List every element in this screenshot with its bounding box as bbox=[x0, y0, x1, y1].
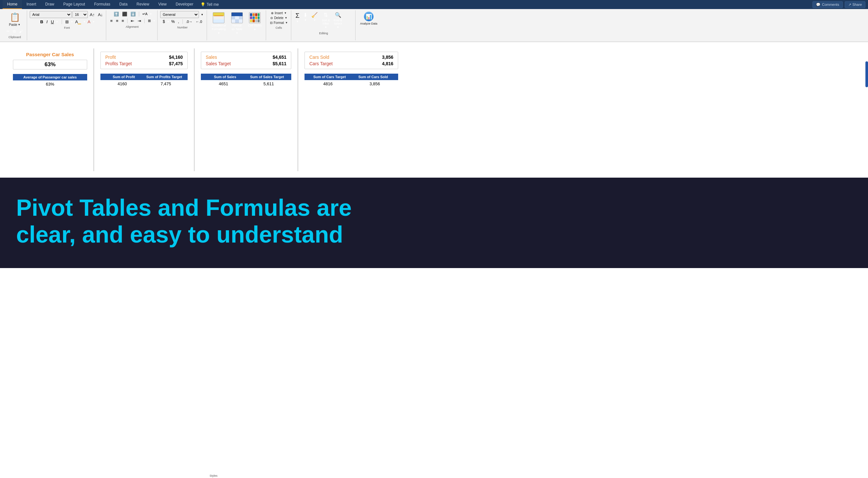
insert-icon: ⊕ bbox=[271, 11, 274, 15]
align-top-button[interactable]: ⬆️ bbox=[113, 11, 120, 17]
tab-insert[interactable]: Insert bbox=[22, 0, 41, 9]
number-row-2: $ ▼ % , .0→ ←.0 bbox=[161, 19, 204, 25]
font-decrease-button[interactable]: A↓ bbox=[97, 11, 104, 18]
align-middle-button[interactable]: ⬛ bbox=[121, 11, 128, 17]
editing-group-label: Editing bbox=[294, 32, 353, 35]
cut-icon[interactable]: ✂ bbox=[5, 28, 11, 34]
number-group-label: Number bbox=[177, 26, 188, 29]
fat-dropdown: ▼ bbox=[236, 32, 238, 35]
tab-review[interactable]: Review bbox=[132, 0, 154, 9]
find-select-button[interactable]: 🔍 Find &Select ▼ bbox=[332, 11, 344, 30]
cars-sold-row: Cars Sold 3,856 bbox=[309, 54, 393, 60]
tab-developer[interactable]: Developer bbox=[171, 0, 198, 9]
conditional-formatting-label: ConditionalFormatting bbox=[212, 24, 226, 31]
font-group: Arial 16 A↑ A↓ B I U ▼ ⊞ ▼ A▁ ▼ A ▼ bbox=[28, 10, 106, 40]
lightbulb-icon: 💡 bbox=[200, 2, 206, 7]
insert-dropdown: ▼ bbox=[284, 11, 287, 14]
panel-sales: Sales $4,651 Sales Target $5,611 Sum of … bbox=[201, 49, 291, 171]
cars-info-card: Cars Sold 3,856 Cars Target 4,816 bbox=[305, 52, 398, 69]
big-text: Pivot Tables and Formulas areclear, and … bbox=[16, 195, 352, 248]
clear-button[interactable]: 🧹 ▼ bbox=[310, 11, 319, 23]
font-increase-button[interactable]: A↑ bbox=[89, 11, 96, 18]
analyze-icon: 📊 bbox=[364, 11, 374, 21]
editing-group: Σ ▼ ⬇ ▼ 🧹 ▼ ⇅ Sort &Filter ▼ 🔍 F bbox=[292, 10, 355, 40]
pivot-data-sales: 4651 5,611 bbox=[201, 80, 291, 88]
insert-cells-button[interactable]: ⊕ Insert ▼ bbox=[270, 11, 288, 15]
conditional-formatting-button[interactable]: ConditionalFormatting ▼ bbox=[210, 11, 228, 36]
align-right-button[interactable]: ≡ bbox=[120, 18, 126, 24]
font-color-button[interactable]: A bbox=[86, 19, 92, 25]
sales-row: Sales $4,651 bbox=[206, 54, 286, 60]
pivot-value-sales-target: 5,611 bbox=[246, 81, 291, 86]
pivot-data-passenger: 63% bbox=[13, 81, 87, 88]
align-bottom-button[interactable]: ⬇️ bbox=[129, 11, 137, 17]
currency-button[interactable]: $ bbox=[161, 19, 166, 25]
bold-button[interactable]: B bbox=[39, 19, 44, 25]
bottom-text-area: Pivot Tables and Formulas areclear, and … bbox=[0, 178, 868, 268]
cell-styles-label: Cell Styles bbox=[248, 24, 262, 27]
number-dropdown-button[interactable]: ▼ bbox=[199, 12, 205, 17]
font-color-dropdown-icon: ▼ bbox=[92, 20, 95, 23]
comma-button[interactable]: , bbox=[177, 19, 180, 25]
format-as-table-label: Formatas Table bbox=[231, 24, 242, 31]
analyze-data-button[interactable]: 📊 Analyze Data bbox=[358, 11, 379, 26]
pivot-value-profits-target: 7,475 bbox=[144, 81, 188, 86]
format-as-table-button[interactable]: Formatas Table ▼ bbox=[229, 11, 245, 36]
cars-target-label: Cars Target bbox=[309, 61, 333, 66]
paste-button[interactable]: 📋 Paste ▼ bbox=[6, 11, 23, 28]
decrease-decimal-button[interactable]: ←.0 bbox=[194, 19, 204, 24]
merge-center-button[interactable]: ⊞ bbox=[147, 18, 152, 24]
fill-button[interactable]: ⬇ ▼ bbox=[302, 11, 309, 23]
fill-dropdown-icon: ▼ bbox=[83, 20, 86, 23]
pivot-value-cars-target: 4816 bbox=[305, 81, 351, 86]
border-button[interactable]: ⊞ bbox=[64, 19, 70, 25]
font-select[interactable]: Arial bbox=[30, 11, 72, 18]
profit-label: Profit bbox=[105, 55, 116, 60]
copy-icon[interactable]: ⧉ bbox=[11, 28, 17, 34]
format-painter-icon[interactable]: 🖌 bbox=[18, 28, 24, 34]
delete-dropdown: ▼ bbox=[285, 17, 287, 19]
tab-data[interactable]: Data bbox=[115, 0, 132, 9]
tab-page-layout[interactable]: Page Layout bbox=[59, 0, 89, 9]
tab-draw[interactable]: Draw bbox=[41, 0, 59, 9]
cond-fmt-dropdown: ▼ bbox=[218, 32, 220, 35]
paste-icon: 📋 bbox=[10, 12, 20, 22]
align-left-button[interactable]: ≡ bbox=[109, 18, 114, 24]
sum-button[interactable]: Σ ▼ bbox=[294, 11, 301, 24]
tell-me-area[interactable]: 💡 Tell me bbox=[198, 0, 221, 9]
comments-button[interactable]: 💬 Comments bbox=[812, 1, 842, 8]
analyze-data-label: Analyze Data bbox=[360, 22, 377, 25]
sales-target-row: Sales Target $5,611 bbox=[206, 60, 286, 67]
comment-icon: 💬 bbox=[816, 3, 820, 7]
cell-styles-dropdown: ▼ bbox=[253, 28, 256, 31]
underline-button[interactable]: U bbox=[50, 19, 55, 25]
font-row-1: Arial 16 A↑ A↓ bbox=[30, 11, 104, 18]
increase-indent-button[interactable]: ⇥ bbox=[136, 18, 143, 24]
align-center-button[interactable]: ≡ bbox=[115, 18, 120, 24]
sales-info-card: Sales $4,651 Sales Target $5,611 bbox=[201, 52, 291, 69]
font-size-select[interactable]: 16 bbox=[72, 11, 88, 18]
fill-color-button[interactable]: A▁ bbox=[74, 19, 83, 25]
sales-target-value: $5,611 bbox=[273, 61, 286, 66]
ribbon-tabs: Home Insert Draw Page Layout Formulas Da… bbox=[0, 0, 224, 9]
tab-home[interactable]: Home bbox=[3, 0, 22, 9]
number-group: General ▼ $ ▼ % , .0→ ←.0 Number bbox=[158, 10, 207, 40]
share-button[interactable]: ↗ Share bbox=[845, 1, 865, 8]
cell-styles-button[interactable]: Cell Styles ▼ bbox=[246, 11, 264, 32]
decrease-indent-button[interactable]: ⇤ bbox=[129, 18, 135, 24]
format-cells-button[interactable]: ⊟ Format ▼ bbox=[269, 21, 289, 25]
delete-cells-button[interactable]: ⊖ Delete ▼ bbox=[269, 16, 289, 20]
tab-formulas[interactable]: Formulas bbox=[89, 0, 115, 9]
italic-button[interactable]: I bbox=[45, 19, 49, 25]
pivot-header-sum-cars-target: Sum of Cars Target bbox=[308, 75, 351, 79]
format-label: Format bbox=[274, 21, 284, 25]
font-row-2: B I U ▼ ⊞ ▼ A▁ ▼ A ▼ bbox=[39, 19, 95, 25]
increase-decimal-button[interactable]: .0→ bbox=[185, 19, 194, 24]
ribbon-right-buttons: 💬 Comments ↗ Share bbox=[810, 0, 868, 9]
scroll-indicator[interactable] bbox=[865, 61, 868, 87]
number-format-select[interactable]: General bbox=[160, 11, 199, 18]
tab-view[interactable]: View bbox=[154, 0, 171, 9]
percent-button[interactable]: % bbox=[170, 19, 176, 25]
sort-filter-button[interactable]: ⇅ Sort &Filter ▼ bbox=[320, 11, 331, 30]
wrap-text-button[interactable]: ↵A bbox=[141, 11, 149, 17]
